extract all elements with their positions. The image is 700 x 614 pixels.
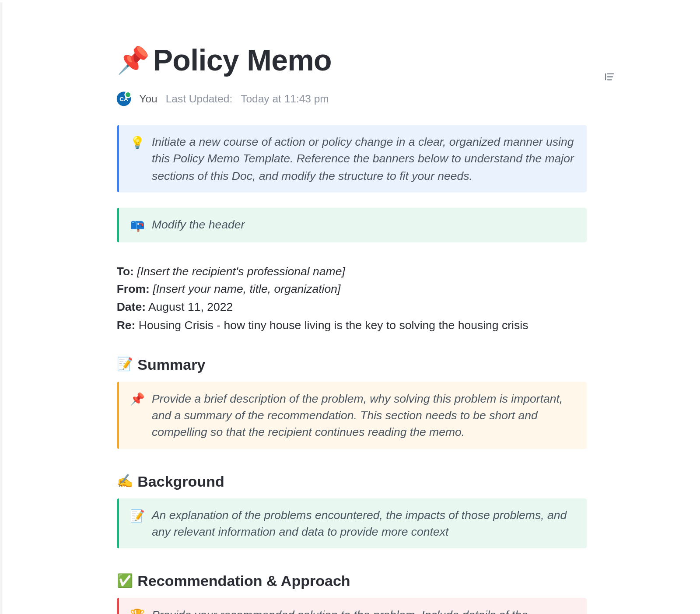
- background-banner-text: An explanation of the problems encounter…: [152, 506, 575, 540]
- from-label: From:: [117, 282, 150, 295]
- header-fields[interactable]: To: [Insert the recipient's professional…: [117, 263, 587, 333]
- memo-icon: 📝: [130, 506, 145, 524]
- re-value: Housing Crisis - how tiny house living i…: [139, 318, 528, 331]
- to-value: [Insert the recipient's professional nam…: [137, 264, 345, 277]
- re-label: Re:: [117, 318, 136, 331]
- field-from: From: [Insert your name, title, organiza…: [117, 281, 587, 297]
- page-title: Policy Memo: [153, 43, 332, 77]
- trophy-icon: 🏆: [130, 606, 145, 614]
- background-banner[interactable]: 📝 An explanation of the problems encount…: [117, 498, 587, 548]
- title-emoji: 📌: [117, 47, 150, 73]
- recommendation-banner[interactable]: 🏆 Provide your recommended solution to t…: [117, 598, 587, 614]
- summary-heading[interactable]: 📝 Summary: [117, 356, 587, 373]
- summary-banner[interactable]: 📌 Provide a brief description of the pro…: [117, 382, 587, 449]
- lightbulb-icon: 💡: [130, 133, 145, 151]
- check-icon: ✅: [117, 573, 133, 589]
- last-updated-value: Today at 11:43 pm: [241, 93, 329, 105]
- intro-banner-text: Initiate a new course of action or polic…: [152, 133, 575, 184]
- date-label: Date:: [117, 300, 146, 313]
- field-re: Re: Housing Crisis - how tiny house livi…: [117, 316, 587, 333]
- avatar[interactable]: CA: [117, 92, 131, 106]
- from-value: [Insert your name, title, organization]: [153, 282, 340, 295]
- summary-title: Summary: [137, 356, 205, 373]
- pushpin-icon: 📌: [130, 390, 145, 408]
- field-date: Date: August 11, 2022: [117, 298, 587, 315]
- recommendation-banner-text: Provide your recommended solution to the…: [152, 606, 575, 614]
- modify-header-banner[interactable]: 📪 Modify the header: [117, 208, 587, 242]
- left-edge: [0, 2, 2, 614]
- memo-icon: 📝: [117, 357, 133, 372]
- page-title-row[interactable]: 📌 Policy Memo: [117, 43, 587, 77]
- to-label: To:: [117, 264, 134, 277]
- field-to: To: [Insert the recipient's professional…: [117, 263, 587, 279]
- writing-hand-icon: ✍️: [117, 474, 133, 489]
- recommendation-heading[interactable]: ✅ Recommendation & Approach: [117, 572, 587, 589]
- last-updated-label: Last Updated:: [166, 93, 232, 105]
- author-you[interactable]: You: [139, 93, 157, 105]
- modify-header-text: Modify the header: [152, 216, 245, 233]
- meta-row: CA You Last Updated: Today at 11:43 pm: [117, 92, 587, 106]
- summary-banner-text: Provide a brief description of the probl…: [152, 390, 575, 440]
- outline-toggle-button[interactable]: [601, 68, 618, 85]
- date-value: August 11, 2022: [148, 300, 233, 313]
- intro-banner[interactable]: 💡 Initiate a new course of action or pol…: [117, 125, 587, 192]
- background-title: Background: [137, 473, 224, 490]
- mailbox-icon: 📪: [130, 216, 145, 234]
- document-body: 📌 Policy Memo CA You Last Updated: Today…: [117, 43, 587, 614]
- background-heading[interactable]: ✍️ Background: [117, 473, 587, 490]
- recommendation-title: Recommendation & Approach: [137, 572, 350, 589]
